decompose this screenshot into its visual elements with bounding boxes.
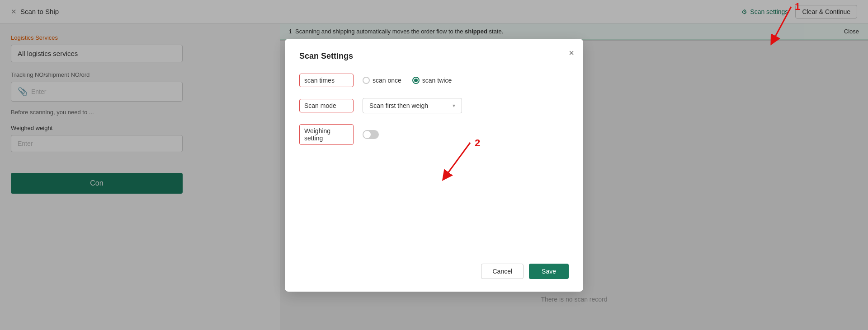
scan-twice-option[interactable]: scan twice [412,77,452,84]
scan-mode-row: Scan mode Scan first then weigh ▾ [299,98,569,113]
weighing-toggle[interactable] [363,130,379,139]
dialog-overlay: Scan Settings × scan times scan once sca… [0,0,868,330]
scan-settings-dialog: Scan Settings × scan times scan once sca… [285,39,583,292]
weighing-setting-row: Weighing setting [299,124,569,145]
cancel-button[interactable]: Cancel [481,264,524,279]
chevron-down-icon: ▾ [453,102,455,109]
scan-twice-label: scan twice [422,77,452,84]
weighing-setting-label: Weighing setting [299,124,354,145]
scan-once-option[interactable]: scan once [363,77,401,84]
scan-times-label: scan times [299,74,354,87]
scan-mode-label: Scan mode [299,99,354,112]
save-button[interactable]: Save [529,264,569,279]
scan-once-label: scan once [373,77,401,84]
scan-once-radio[interactable] [363,77,370,84]
dialog-footer: Cancel Save [299,255,569,279]
scan-mode-value: Scan first then weigh [369,102,428,109]
scan-mode-select[interactable]: Scan first then weigh ▾ [363,98,462,113]
dialog-close-button[interactable]: × [569,48,574,58]
dialog-body: scan times scan once scan twice Scan mod… [299,74,569,255]
dialog-title: Scan Settings [299,51,569,61]
scan-twice-radio[interactable] [412,77,420,84]
scan-times-row: scan times scan once scan twice [299,74,569,87]
svg-line-4 [445,143,470,177]
scan-times-radio-group: scan once scan twice [363,77,452,84]
